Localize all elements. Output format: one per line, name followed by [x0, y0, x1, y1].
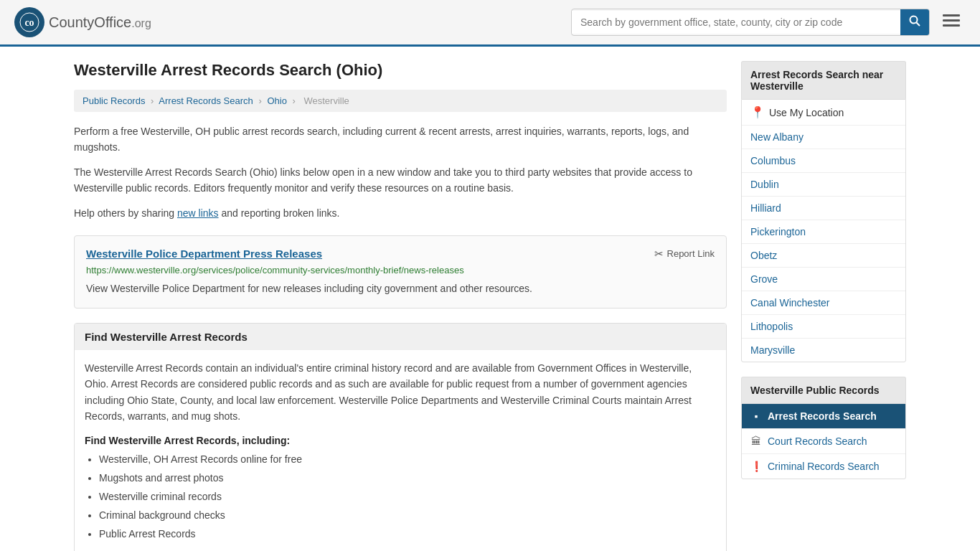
public-records-title: Westerville Public Records: [741, 377, 906, 403]
find-records-body: Westerville Arrest Records contain an in…: [75, 350, 726, 551]
link-card-header: Westerville Police Department Press Rele…: [86, 248, 715, 260]
description-para1: Perform a free Westerville, OH public ar…: [74, 123, 727, 156]
sidebar-location-marysville[interactable]: Marysville: [742, 339, 905, 362]
description-section: Perform a free Westerville, OH public ar…: [74, 123, 727, 221]
svg-line-3: [917, 23, 920, 27]
find-records-body-text: Westerville Arrest Records contain an in…: [85, 360, 716, 425]
new-links-link[interactable]: new links: [177, 207, 219, 219]
court-records-icon: 🏛: [750, 435, 762, 447]
public-records-criminal[interactable]: ❗ Criminal Records Search: [742, 454, 905, 479]
sidebar-location-dublin[interactable]: Dublin: [742, 173, 905, 197]
svg-text:co: co: [24, 17, 34, 28]
description-para2: The Westerville Arrest Records Search (O…: [74, 164, 727, 197]
logo-name: CountyOffice: [49, 14, 131, 30]
list-item: Westerville, OH Arrest Records online fo…: [99, 452, 716, 467]
nearby-title: Arrest Records Search near Westerville: [741, 61, 906, 99]
link-url[interactable]: https://www.westerville.org/services/pol…: [86, 265, 715, 276]
nearby-list: 📍 Use My Location New Albany Columbus Du…: [741, 99, 906, 362]
logo-area: co CountyOffice.org: [14, 7, 151, 37]
breadcrumb-ohio[interactable]: Ohio: [267, 95, 286, 106]
main-container: Westerville Arrest Records Search (Ohio)…: [60, 47, 920, 551]
header-right: [571, 9, 966, 36]
list-item: Mugshots and arrest photos: [99, 471, 716, 486]
link-card-title[interactable]: Westerville Police Department Press Rele…: [86, 248, 322, 260]
search-input[interactable]: [572, 11, 900, 34]
nearby-section: Arrest Records Search near Westerville 📍…: [741, 61, 906, 362]
sidebar-location-obetz[interactable]: Obetz: [742, 244, 905, 268]
breadcrumb-public-records[interactable]: Public Records: [83, 95, 145, 106]
svg-rect-5: [943, 19, 960, 22]
find-records-list: Westerville, OH Arrest Records online fo…: [85, 452, 716, 542]
search-bar: [571, 9, 930, 36]
logo-icon: co: [14, 7, 44, 37]
link-card: Westerville Police Department Press Rele…: [74, 235, 727, 309]
svg-rect-4: [943, 14, 960, 17]
sidebar-location-columbus[interactable]: Columbus: [742, 149, 905, 173]
find-records-header: Find Westerville Arrest Records: [75, 324, 726, 350]
breadcrumb: Public Records › Arrest Records Search ›…: [74, 90, 727, 112]
logo-suffix: .org: [131, 17, 151, 29]
list-item: Criminal background checks: [99, 508, 716, 523]
svg-rect-6: [943, 24, 960, 27]
content-area: Westerville Arrest Records Search (Ohio)…: [74, 61, 727, 551]
search-button[interactable]: [900, 9, 929, 35]
sidebar-location-pickerington[interactable]: Pickerington: [742, 220, 905, 244]
use-location-link[interactable]: Use My Location: [769, 107, 844, 118]
sidebar-location-hilliard[interactable]: Hilliard: [742, 197, 905, 220]
pin-icon: 📍: [750, 105, 765, 119]
find-records-section: Find Westerville Arrest Records Westervi…: [74, 323, 727, 551]
page-title: Westerville Arrest Records Search (Ohio): [74, 61, 727, 80]
sidebar-location-canal-winchester[interactable]: Canal Winchester: [742, 291, 905, 315]
description-para3: Help others by sharing new links and rep…: [74, 205, 727, 221]
public-records-arrest[interactable]: ▪ Arrest Records Search: [742, 404, 905, 429]
public-records-section: Westerville Public Records ▪ Arrest Reco…: [741, 377, 906, 479]
public-records-court[interactable]: 🏛 Court Records Search: [742, 429, 905, 454]
arrest-records-icon: ▪: [750, 410, 762, 422]
breadcrumb-current: Westerville: [303, 95, 349, 106]
svg-point-2: [910, 17, 918, 24]
logo-text: CountyOffice.org: [49, 14, 151, 31]
report-icon: ✂: [654, 248, 664, 260]
site-header: co CountyOffice.org: [0, 0, 980, 47]
sidebar-location-grove[interactable]: Grove: [742, 268, 905, 291]
breadcrumb-arrest-records[interactable]: Arrest Records Search: [159, 95, 253, 106]
public-records-list: ▪ Arrest Records Search 🏛 Court Records …: [741, 403, 906, 479]
sidebar-location-new-albany[interactable]: New Albany: [742, 126, 905, 149]
report-link-button[interactable]: ✂ Report Link: [654, 248, 715, 260]
sidebar-location-lithopolis[interactable]: Lithopolis: [742, 315, 905, 339]
link-desc: View Westerville Police Department for n…: [86, 281, 715, 296]
list-item: Public Arrest Records: [99, 527, 716, 542]
find-records-subheader: Find Westerville Arrest Records, includi…: [85, 435, 716, 446]
sidebar: Arrest Records Search near Westerville 📍…: [741, 61, 906, 551]
menu-button[interactable]: [937, 10, 966, 34]
criminal-records-icon: ❗: [750, 461, 762, 472]
use-location-item[interactable]: 📍 Use My Location: [742, 100, 905, 126]
list-item: Westerville criminal records: [99, 489, 716, 504]
